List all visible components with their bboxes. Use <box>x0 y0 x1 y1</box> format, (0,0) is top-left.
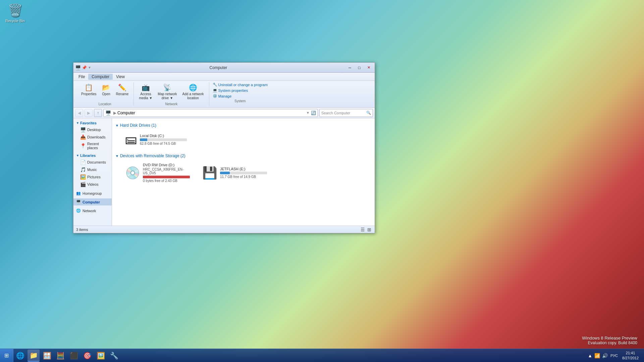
sidebar-item-pictures[interactable]: 🖼️ Pictures <box>73 173 112 181</box>
status-bar: 3 items ☰ ⊞ <box>73 226 375 233</box>
taskbar-app1[interactable]: 🎯 <box>81 350 93 362</box>
taskbar-ie[interactable]: 🌐 <box>14 350 26 362</box>
forward-button[interactable]: ▶ <box>85 109 93 117</box>
sidebar-item-homegroup[interactable]: 👥 Homegroup <box>73 190 112 197</box>
ribbon-open-button[interactable]: 📂 Open <box>100 82 113 98</box>
sidebar-item-recent[interactable]: 📍 Recent places <box>73 141 112 151</box>
manage-icon: ⚙️ <box>213 94 217 98</box>
start-button[interactable]: ⊞ <box>0 349 13 362</box>
explorer-icon: 📁 <box>30 351 38 359</box>
windows-icon: 🪟 <box>43 352 51 360</box>
back-button[interactable]: ◀ <box>75 109 83 117</box>
menu-bar: File Computer View <box>73 73 375 81</box>
search-icon[interactable]: 🔍 <box>366 111 371 115</box>
sidebar-item-videos[interactable]: 🎬 Videos <box>73 181 112 188</box>
address-refresh-icon[interactable]: 🔄 <box>311 111 316 115</box>
removable-section-arrow[interactable]: ▼ <box>115 154 119 158</box>
sidebar-item-music[interactable]: 🎵 Music <box>73 166 112 173</box>
drive-e-info: JETFLASH (E:) 11.7 GB free of 14.9 GB <box>220 167 267 179</box>
clock[interactable]: 21:41 8/27/2012 <box>620 351 641 360</box>
rename-icon: ✏️ <box>118 83 126 92</box>
recycle-bin[interactable]: 🗑️ Recycle Bin <box>3 3 27 23</box>
uninstall-button[interactable]: 🔧 Uninstall or change a program <box>212 82 268 87</box>
system-group-label: System <box>212 99 268 103</box>
drive-c-bar-fill <box>140 138 147 141</box>
sidebar-item-documents[interactable]: 📄 Documents <box>73 159 112 166</box>
libraries-header[interactable]: ▼ Libraries <box>73 153 112 159</box>
ribbon-map-network-button[interactable]: 📡 Map networkdrive ▼ <box>155 82 179 102</box>
close-button[interactable]: ✕ <box>364 64 373 71</box>
address-separator: ▶ <box>113 111 116 115</box>
drive-c-name: Local Disk (C:) <box>140 134 187 138</box>
calc-icon: 🧮 <box>56 352 65 360</box>
computer-icon: 🖥️ <box>76 200 81 204</box>
search-box[interactable]: Search Computer 🔍 <box>319 109 373 117</box>
grid-view-button[interactable]: ⊞ <box>367 227 372 232</box>
window-icon: 🖥️ <box>75 65 81 70</box>
minimize-button[interactable]: ─ <box>345 64 354 71</box>
item-count: 3 items <box>76 228 88 232</box>
tray-arrow-icon[interactable]: ▲ <box>587 353 593 358</box>
libraries-arrow: ▼ <box>76 154 79 157</box>
properties-icon: 📋 <box>85 83 93 92</box>
drive-d-info: DVD RW Drive (D:) HRC_CCSA_X86FRE_EN-US_… <box>143 163 193 183</box>
recent-icon: 📍 <box>80 143 86 148</box>
address-dropdown-icon[interactable]: ▼ <box>306 111 310 115</box>
list-view-button[interactable]: ☰ <box>360 227 366 232</box>
window-controls: ─ □ ✕ <box>345 64 373 71</box>
ribbon-add-network-button[interactable]: 🌐 Add a networklocation <box>180 82 206 102</box>
app2-icon: 🔧 <box>110 352 118 360</box>
maximize-button[interactable]: □ <box>355 64 364 71</box>
network-label: Network <box>83 209 96 213</box>
taskbar-app2[interactable]: 🔧 <box>108 350 120 362</box>
videos-icon: 🎬 <box>80 182 86 187</box>
sidebar-section-network: 🌐 Network <box>73 207 112 214</box>
computer-label: Computer <box>83 200 100 204</box>
access-media-icon: 📺 <box>142 83 150 92</box>
menu-view[interactable]: View <box>113 74 128 80</box>
win8-watermark: Windows 8 Release Preview Evaluation cop… <box>582 336 637 345</box>
sidebar-section-libraries: ▼ Libraries 📄 Documents 🎵 Music 🖼️ Pictu… <box>73 153 112 188</box>
drive-item-d[interactable]: 💿 DVD RW Drive (D:) HRC_CCSA_X86FRE_EN-U… <box>122 161 196 185</box>
tray-speaker-icon[interactable]: 🔊 <box>601 353 609 358</box>
watermark-line1: Windows 8 Release Preview <box>582 336 637 341</box>
add-network-icon: 🌐 <box>189 83 197 92</box>
sidebar-item-computer[interactable]: 🖥️ Computer <box>73 198 112 205</box>
taskbar-photo[interactable]: 🖼️ <box>95 350 107 362</box>
hdd-items-grid: 🖴 Local Disk (C:) 62.8 GB free of 74.5 G… <box>122 130 371 148</box>
sidebar-section-favorites: ▼ Favorites 🖥️ Desktop 📥 Downloads 📍 Rec… <box>73 120 112 151</box>
sidebar: ▼ Favorites 🖥️ Desktop 📥 Downloads 📍 Rec… <box>73 118 112 226</box>
system-properties-button[interactable]: 💻 System properties <box>212 88 268 93</box>
window-title: Computer <box>91 65 345 70</box>
search-placeholder: Search Computer <box>321 111 366 115</box>
removable-section-header: ▼ Devices with Removable Storage (2) <box>115 154 371 158</box>
ribbon-properties-button[interactable]: 📋 Properties <box>79 82 99 98</box>
taskbar-calc[interactable]: 🧮 <box>54 350 66 362</box>
tray-lang-label[interactable]: РУС <box>609 354 620 358</box>
drive-item-e[interactable]: 💾 JETFLASH (E:) 11.7 GB free of 14.9 GB <box>199 161 273 185</box>
start-area: ⊞ <box>0 349 13 362</box>
menu-computer[interactable]: Computer <box>88 74 113 80</box>
homegroup-icon: 👥 <box>76 191 81 195</box>
sidebar-item-network[interactable]: 🌐 Network <box>73 207 112 214</box>
sidebar-item-desktop[interactable]: 🖥️ Desktop <box>73 126 112 133</box>
taskbar-explorer[interactable]: 📁 <box>28 350 40 362</box>
ribbon-access-media-button[interactable]: 📺 Accessmedia ▼ <box>137 82 155 102</box>
taskbar-windows[interactable]: 🪟 <box>41 350 53 362</box>
app1-icon: 🎯 <box>83 352 92 360</box>
recycle-bin-icon: 🗑️ <box>8 3 23 17</box>
manage-button[interactable]: ⚙️ Manage <box>212 94 268 99</box>
taskbar-items: 🌐 📁 🪟 🧮 ⬛ 🎯 🖼️ 🔧 <box>13 349 584 362</box>
ribbon-rename-button[interactable]: ✏️ Rename <box>114 82 131 98</box>
drive-item-c[interactable]: 🖴 Local Disk (C:) 62.8 GB free of 74.5 G… <box>122 130 196 148</box>
favorites-header[interactable]: ▼ Favorites <box>73 120 112 126</box>
up-button[interactable]: ↑ <box>94 109 102 117</box>
address-bar[interactable]: 🖥️ ▶ Computer ▼ 🔄 <box>103 109 318 117</box>
taskbar-cmd[interactable]: ⬛ <box>68 350 80 362</box>
sidebar-item-downloads[interactable]: 📥 Downloads <box>73 133 112 141</box>
hdd-section-title: Hard Disk Drives (1) <box>120 123 156 128</box>
tray-network-icon[interactable]: 📶 <box>593 353 601 358</box>
menu-file[interactable]: File <box>75 74 88 80</box>
quick-access-icon[interactable]: 📌 <box>82 65 87 70</box>
hdd-section-arrow[interactable]: ▼ <box>115 124 119 127</box>
